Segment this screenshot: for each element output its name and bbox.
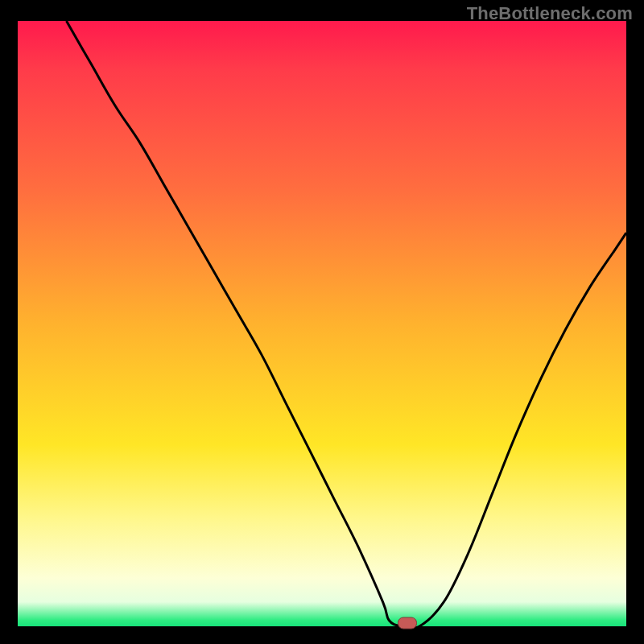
minimum-marker [398, 617, 417, 630]
bottleneck-curve [18, 21, 626, 626]
plot-area [18, 21, 626, 626]
watermark-text: TheBottleneck.com [467, 3, 633, 24]
curve-path [67, 21, 627, 626]
chart-frame: TheBottleneck.com [0, 0, 644, 644]
